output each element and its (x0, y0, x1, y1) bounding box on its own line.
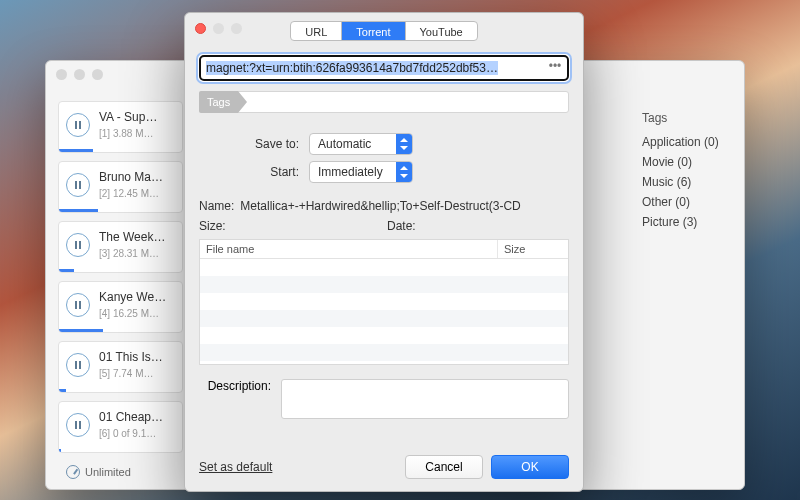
tag-item[interactable]: Application (0) (642, 135, 732, 149)
download-subtitle: [1] 3.88 M… (99, 128, 153, 139)
date-label: Date: (387, 219, 416, 233)
close-icon (56, 69, 67, 80)
zoom-icon (231, 23, 242, 34)
download-subtitle: [2] 12.45 M… (99, 188, 159, 199)
description-label: Description: (199, 379, 271, 419)
tags-sidebar: Tags Application (0)Movie (0)Music (6)Ot… (642, 101, 732, 477)
save-to-select[interactable]: Automatic (309, 133, 413, 155)
dialog-titlebar: URL Torrent YouTube (185, 13, 583, 49)
close-icon[interactable] (195, 23, 206, 34)
start-label: Start: (199, 165, 299, 179)
tab-youtube[interactable]: YouTube (405, 22, 477, 40)
progress-bar (59, 209, 98, 212)
name-label: Name: (199, 199, 234, 213)
download-subtitle: [6] 0 of 9.1… (99, 428, 156, 439)
download-title: Kanye We… (99, 290, 166, 304)
minimize-icon (74, 69, 85, 80)
col-size[interactable]: Size (498, 240, 568, 258)
download-item[interactable]: The Week…[3] 28.31 M… (58, 221, 183, 273)
description-input[interactable] (281, 379, 569, 419)
start-select[interactable]: Immediately (309, 161, 413, 183)
tag-item[interactable]: Picture (3) (642, 215, 732, 229)
progress-bar (59, 149, 93, 152)
progress-bar (59, 269, 74, 272)
pause-icon[interactable] (66, 173, 90, 197)
minimize-icon (213, 23, 224, 34)
traffic-lights (195, 23, 242, 34)
download-title: 01 Cheap… (99, 410, 163, 424)
progress-bar (59, 449, 61, 452)
download-title: 01 This Is… (99, 350, 163, 364)
save-to-label: Save to: (199, 137, 299, 151)
tab-url[interactable]: URL (291, 22, 341, 40)
pause-icon[interactable] (66, 413, 90, 437)
speed-label: Unlimited (85, 466, 131, 478)
downloads-list: VA - Sup…[1] 3.88 M…Bruno Ma…[2] 12.45 M… (58, 101, 183, 477)
pause-icon[interactable] (66, 293, 90, 317)
source-type-tabs[interactable]: URL Torrent YouTube (290, 21, 478, 41)
tags-input[interactable] (199, 91, 569, 113)
tab-torrent[interactable]: Torrent (341, 22, 404, 40)
speed-indicator[interactable]: Unlimited (66, 465, 131, 479)
tags-chip: Tags (199, 91, 238, 113)
ellipsis-icon[interactable]: ••• (545, 59, 565, 77)
chevron-updown-icon (396, 134, 412, 154)
progress-bar (59, 329, 103, 332)
cancel-button[interactable]: Cancel (405, 455, 483, 479)
add-download-dialog: URL Torrent YouTube ••• Tags Save to: Au… (184, 12, 584, 492)
set-as-default-link[interactable]: Set as default (199, 460, 272, 474)
download-item[interactable]: 01 Cheap…[6] 0 of 9.1… (58, 401, 183, 453)
pause-icon[interactable] (66, 113, 90, 137)
download-item[interactable]: 01 This Is…[5] 7.74 M… (58, 341, 183, 393)
download-title: VA - Sup… (99, 110, 157, 124)
chevron-updown-icon (396, 162, 412, 182)
tag-item[interactable]: Movie (0) (642, 155, 732, 169)
magnet-url-input[interactable] (199, 55, 569, 81)
tag-item[interactable]: Other (0) (642, 195, 732, 209)
download-title: Bruno Ma… (99, 170, 163, 184)
download-item[interactable]: Bruno Ma…[2] 12.45 M… (58, 161, 183, 213)
download-subtitle: [3] 28.31 M… (99, 248, 159, 259)
zoom-icon (92, 69, 103, 80)
ok-button[interactable]: OK (491, 455, 569, 479)
download-item[interactable]: VA - Sup…[1] 3.88 M… (58, 101, 183, 153)
download-subtitle: [5] 7.74 M… (99, 368, 153, 379)
download-item[interactable]: Kanye We…[4] 16.25 M… (58, 281, 183, 333)
file-list-table[interactable]: File name Size (199, 239, 569, 365)
tag-item[interactable]: Music (6) (642, 175, 732, 189)
col-file-name[interactable]: File name (200, 240, 498, 258)
name-value: Metallica+-+Hardwired&hellip;To+Self-Des… (240, 199, 520, 213)
file-list-body (200, 259, 568, 361)
pause-icon[interactable] (66, 353, 90, 377)
size-label: Size: (199, 219, 226, 233)
download-subtitle: [4] 16.25 M… (99, 308, 159, 319)
progress-bar (59, 389, 66, 392)
traffic-lights-inactive (56, 69, 103, 80)
tags-header: Tags (642, 111, 732, 125)
pause-icon[interactable] (66, 233, 90, 257)
download-title: The Week… (99, 230, 165, 244)
gauge-icon (66, 465, 80, 479)
